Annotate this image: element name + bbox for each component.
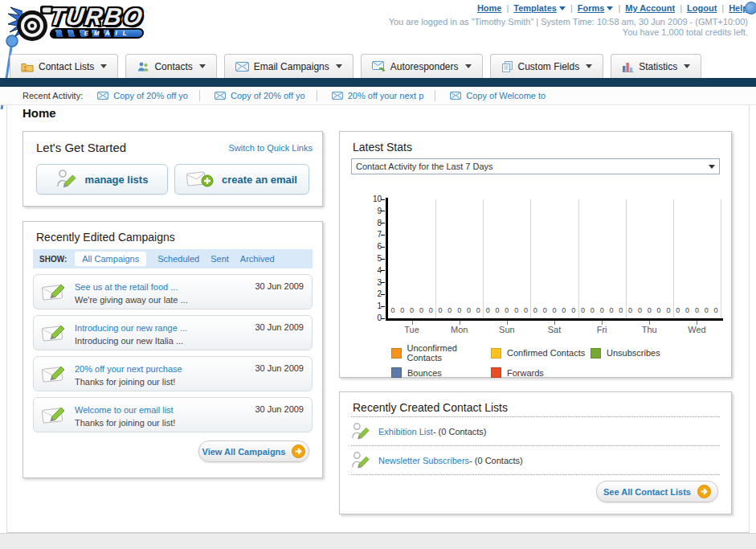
- see-all-contact-lists-button[interactable]: See All Contact Lists: [596, 481, 718, 502]
- chart-value-label: 0: [427, 306, 434, 314]
- header: TURBO EMAIL Home | Templates | Forms | M…: [0, 0, 756, 53]
- chart-y-tick: [381, 318, 385, 319]
- recent-activity-bar: Recent Activity: Copy of 20% off yo Copy…: [0, 87, 756, 105]
- chart-value-label: 0: [541, 306, 548, 314]
- create-email-button[interactable]: create an email: [174, 164, 309, 195]
- contact-list-link[interactable]: Exhibition List: [378, 427, 433, 436]
- chart-y-tick: [381, 294, 385, 295]
- campaign-link[interactable]: Introducing our new range ...: [75, 323, 187, 333]
- legend-swatch: [391, 367, 402, 378]
- campaign-row[interactable]: 20% off your next purchase Thanks for jo…: [33, 356, 313, 391]
- chart-value-label: 0: [409, 306, 415, 314]
- chevron-down-icon: [336, 64, 342, 68]
- latest-stats-panel: Latest Stats Contact Activity for the La…: [339, 131, 732, 378]
- email-campaigns-icon: [235, 62, 249, 72]
- recent-activity-item[interactable]: Copy of Welcome to: [450, 91, 546, 100]
- legend-label: Bounces: [407, 368, 442, 378]
- campaign-row[interactable]: Introducing our new range ... Introducin…: [33, 315, 313, 350]
- campaign-link[interactable]: Welcome to our email list: [75, 405, 174, 415]
- chart-value-label: 0: [599, 306, 605, 314]
- campaign-link[interactable]: See us at the retail food ...: [75, 282, 178, 292]
- chart-y-tick-label: 9: [362, 207, 382, 215]
- chart-gridline: [530, 199, 531, 318]
- chart-value-label: 0: [390, 306, 396, 314]
- nav-custom-fields[interactable]: Custom Fields: [490, 54, 604, 78]
- stats-period-select[interactable]: Contact Activity for the Last 7 Days: [351, 158, 720, 174]
- recent-activity-item[interactable]: 20% off your next p: [332, 91, 424, 100]
- legend-swatch: [391, 348, 402, 358]
- show-label: SHOW:: [39, 255, 67, 264]
- chart-y-tick: [381, 223, 385, 223]
- chart-value-label: 0: [684, 306, 691, 314]
- nav-divider-bar: [0, 78, 756, 87]
- chart-y-tick: [381, 211, 385, 211]
- recent-activity-item[interactable]: Copy of 20% off yo: [97, 91, 188, 100]
- link-home[interactable]: Home: [477, 3, 502, 13]
- page-footer: [0, 533, 756, 549]
- tab-archived[interactable]: Archived: [240, 254, 275, 264]
- chart-value-label: 0: [494, 306, 501, 314]
- link-forms[interactable]: Forms: [578, 3, 614, 13]
- chart-value-label: 0: [484, 306, 491, 314]
- nav-autoresponders[interactable]: Autoresponders: [361, 54, 483, 78]
- legend-label: Confirmed Contacts: [507, 348, 585, 358]
- chart-value-label: 0: [418, 306, 424, 314]
- switch-quick-links[interactable]: Switch to Quick Links: [228, 143, 313, 153]
- chart-y-tick-label: 1: [362, 301, 382, 310]
- envelope-pencil-icon: [42, 322, 67, 343]
- legend-item: Confirmed Contacts: [491, 343, 590, 363]
- contact-list-row[interactable]: Exhibition List - (0 Contacts): [351, 417, 720, 446]
- contact-list-link[interactable]: Newsletter Subscribers: [378, 456, 469, 465]
- credits-remaining: You have 1,000 total credits left.: [623, 27, 748, 37]
- chevron-down-icon: [607, 6, 613, 10]
- header-links: Home | Templates | Forms | My Account | …: [477, 3, 748, 13]
- envelope-icon: [332, 92, 343, 100]
- chevron-down-icon: [100, 64, 107, 68]
- link-logout[interactable]: Logout: [687, 3, 717, 13]
- tab-sent[interactable]: Sent: [210, 254, 229, 264]
- go-arrow-icon: [292, 445, 305, 458]
- envelope-icon: [215, 92, 226, 100]
- manage-lists-button[interactable]: manage lists: [36, 164, 168, 195]
- chart-day-label: Tue: [388, 325, 435, 334]
- nav-statistics[interactable]: Statistics: [611, 54, 701, 78]
- legend-item: Forwards: [491, 367, 590, 378]
- legend-label: Unconfirmed Contacts: [407, 343, 491, 363]
- campaign-date: 30 Jun 2009: [255, 281, 304, 291]
- recent-activity-item[interactable]: Copy of 20% off yo: [215, 91, 305, 100]
- link-my-account[interactable]: My Account: [625, 3, 675, 13]
- chart-y-tick-label: 5: [362, 254, 382, 263]
- go-arrow-icon: [697, 485, 711, 498]
- nav-email-campaigns[interactable]: Email Campaigns: [224, 54, 353, 78]
- nav-contacts[interactable]: Contacts: [125, 54, 216, 78]
- chart-y-tick: [381, 306, 385, 307]
- chart-day-label: Thu: [626, 325, 673, 334]
- nav-contact-lists[interactable]: Contact Lists: [10, 54, 118, 78]
- contact-list-row[interactable]: Newsletter Subscribers - (0 Contacts): [351, 446, 720, 475]
- campaign-date: 30 Jun 2009: [255, 404, 304, 414]
- campaign-row[interactable]: See us at the retail food ... We're givi…: [33, 274, 313, 309]
- campaign-row[interactable]: Welcome to our email list Thanks for joi…: [33, 397, 313, 432]
- logo-email-bar: EMAIL: [49, 28, 144, 39]
- chart-y-tick: [381, 247, 385, 248]
- chart-gridline: [435, 199, 436, 318]
- chart-value-label: 0: [579, 306, 586, 314]
- chart-y-tick-label: 6: [362, 242, 382, 251]
- statistics-icon: [622, 61, 634, 72]
- link-templates[interactable]: Templates: [513, 3, 566, 13]
- chart-day-label: Sat: [530, 325, 578, 334]
- chart-day-label: Fri: [578, 325, 626, 334]
- chart-y-tick: [381, 199, 385, 200]
- campaign-subject: Introducing our new Italia ...: [75, 336, 187, 346]
- envelope-icon: [450, 92, 461, 100]
- contact-list-count: - (0 Contacts): [433, 427, 487, 436]
- view-all-campaigns-button[interactable]: View All Campaigns: [198, 440, 309, 462]
- chart-value-label: 0: [437, 306, 443, 314]
- campaigns-title: Recently Edited Campaigns: [36, 231, 175, 244]
- tab-scheduled[interactable]: Scheduled: [157, 254, 199, 264]
- chart-value-label: 0: [693, 306, 700, 314]
- chart-value-label: 0: [447, 306, 453, 314]
- chart-day-label: Wed: [673, 325, 721, 334]
- campaign-link[interactable]: 20% off your next purchase: [75, 364, 182, 374]
- tab-all-campaigns[interactable]: All Campaigns: [75, 252, 146, 266]
